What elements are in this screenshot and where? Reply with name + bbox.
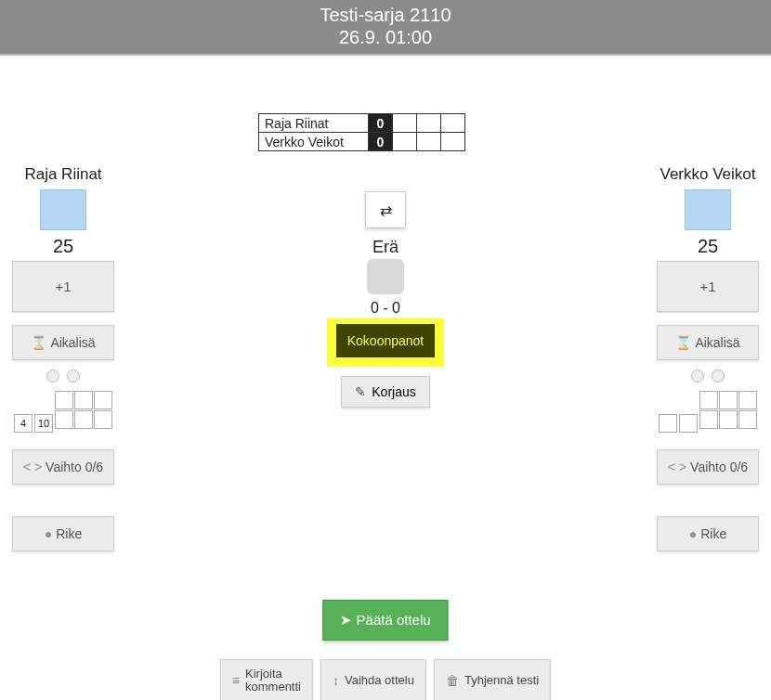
set-number-box	[367, 259, 404, 294]
score-row-0: Raja Riinat 0	[259, 114, 465, 133]
send-icon: ➤	[340, 612, 352, 628]
list-icon: ≡	[232, 674, 240, 688]
lineup-cell[interactable]	[55, 410, 73, 429]
write-comment-button[interactable]: ≡ Kirjoitakommentti	[220, 659, 313, 700]
end-match-button[interactable]: ➤ Päätä ottelu	[322, 600, 448, 641]
correction-button[interactable]: ✎Korjaus	[341, 376, 429, 408]
timeout-dots-left	[7, 369, 119, 385]
lineup-cell[interactable]	[738, 410, 757, 429]
swap-icon: < >	[23, 460, 42, 474]
plus-one-button-right[interactable]: +1	[657, 261, 759, 312]
lineup-cell[interactable]	[74, 391, 93, 409]
team-name-right: Verkko Veikot	[652, 165, 764, 184]
team-target-left: 25	[7, 236, 119, 257]
warning-icon: ●	[45, 526, 52, 541]
swap-icon: < >	[668, 460, 686, 474]
lineup-cell[interactable]	[74, 410, 93, 429]
lineup-cell[interactable]	[94, 391, 112, 409]
lineup-cell[interactable]	[55, 391, 73, 409]
score-row-name: Raja Riinat	[259, 114, 369, 133]
lineups-button[interactable]: Kokoonpanot	[336, 324, 436, 357]
lineup-cell[interactable]	[719, 410, 738, 429]
bottom-button-row: ≡ Kirjoitakommentti ↕ Vaihda ottelu 🗑 Ty…	[220, 659, 551, 700]
up-down-icon: ↕	[333, 674, 339, 688]
set-score: 0 - 0	[302, 300, 469, 317]
team-panel-right: Verkko Veikot 25 +1 ⌛Aikalisä < >Vaihto …	[652, 165, 764, 564]
center-column: ⇄ Erä 0 - 0 Kokoonpanot ✎Korjaus	[302, 191, 469, 408]
score-row-name: Verkko Veikot	[259, 133, 369, 151]
trash-icon: 🗑	[446, 674, 459, 688]
swap-sides-icon: ⇄	[380, 201, 392, 219]
libero-cell[interactable]	[679, 414, 698, 433]
header-title: Testi-sarja 2110	[0, 4, 771, 26]
timeout-dot	[67, 369, 80, 382]
score-row-score: 0	[369, 133, 393, 151]
timeout-button-left[interactable]: ⌛Aikalisä	[12, 325, 114, 360]
substitution-button-right[interactable]: < >Vaihto 0/6	[657, 449, 759, 485]
team-color-right[interactable]	[685, 189, 731, 230]
timeout-dot	[691, 369, 704, 382]
score-row-1: Verkko Veikot 0	[259, 133, 465, 151]
lineup-right	[652, 391, 764, 433]
substitution-button-left[interactable]: < >Vaihto 0/6	[12, 449, 114, 485]
clear-test-button[interactable]: 🗑 Tyhjennä testi	[434, 659, 551, 700]
hourglass-icon: ⌛	[675, 335, 691, 350]
libero-cell[interactable]	[659, 414, 677, 433]
team-target-right: 25	[652, 236, 764, 257]
score-row-score: 0	[369, 114, 393, 133]
team-color-left[interactable]	[40, 189, 86, 230]
lineups-highlight: Kokoonpanot	[327, 318, 445, 367]
pencil-icon: ✎	[355, 384, 366, 399]
timeout-dot	[46, 369, 59, 382]
lineup-cell[interactable]	[699, 410, 718, 429]
warning-icon: ●	[689, 526, 697, 541]
timeout-button-right[interactable]: ⌛Aikalisä	[657, 325, 759, 360]
switch-match-button[interactable]: ↕ Vaihda ottelu	[320, 659, 426, 700]
foul-button-right[interactable]: ● Rike	[657, 516, 759, 551]
foul-button-left[interactable]: ● Rike	[12, 516, 114, 551]
timeout-dot	[712, 369, 725, 382]
plus-one-button-left[interactable]: +1	[12, 261, 114, 312]
set-label: Erä	[302, 238, 469, 257]
timeout-dots-right	[652, 369, 764, 385]
lineup-cell[interactable]	[738, 391, 757, 409]
libero-cell[interactable]: 4	[14, 414, 33, 433]
page-header: Testi-sarja 2110 26.9. 01:00	[0, 0, 771, 56]
lineup-cell[interactable]	[94, 410, 112, 429]
team-panel-left: Raja Riinat 25 +1 ⌛Aikalisä 4 10 < >Vaih…	[7, 165, 119, 564]
hourglass-icon: ⌛	[31, 335, 46, 350]
libero-cell[interactable]: 10	[34, 414, 53, 433]
lineup-cell[interactable]	[699, 391, 718, 409]
header-datetime: 26.9. 01:00	[0, 26, 771, 48]
lineup-left: 4 10	[7, 391, 119, 433]
score-table: Raja Riinat 0 Verkko Veikot 0	[258, 113, 465, 151]
swap-sides-button[interactable]: ⇄	[365, 191, 406, 228]
team-name-left: Raja Riinat	[7, 165, 119, 184]
lineup-cell[interactable]	[719, 391, 738, 409]
